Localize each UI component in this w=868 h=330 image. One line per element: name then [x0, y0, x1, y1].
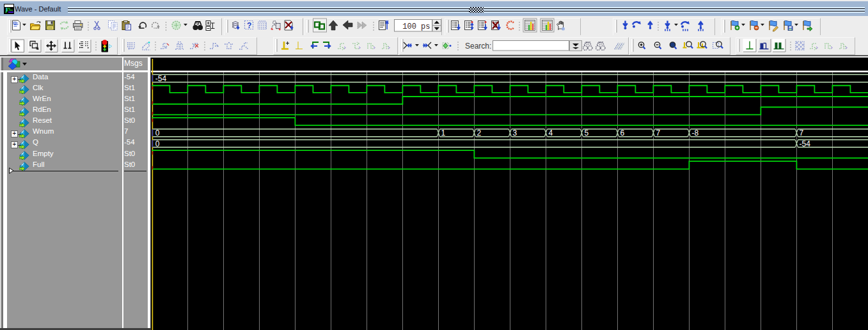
- svg-text:-8: -8: [692, 129, 699, 138]
- svg-text:100 ps: 100 ps: [402, 22, 430, 31]
- svg-text:3: 3: [513, 129, 517, 138]
- svg-text:7: 7: [800, 129, 804, 138]
- svg-text:1: 1: [441, 129, 446, 138]
- svg-text:2: 2: [477, 129, 482, 138]
- svg-text:?: ?: [247, 21, 251, 30]
- svg-text:-54: -54: [155, 74, 167, 83]
- svg-text:4: 4: [549, 129, 553, 138]
- svg-text:0: 0: [155, 139, 160, 148]
- svg-text:6: 6: [620, 129, 625, 138]
- svg-text:Search:: Search:: [465, 42, 491, 51]
- svg-text:0: 0: [155, 129, 160, 138]
- svg-text:7: 7: [656, 129, 661, 138]
- svg-text:-54: -54: [800, 139, 811, 148]
- svg-text:5: 5: [585, 129, 589, 138]
